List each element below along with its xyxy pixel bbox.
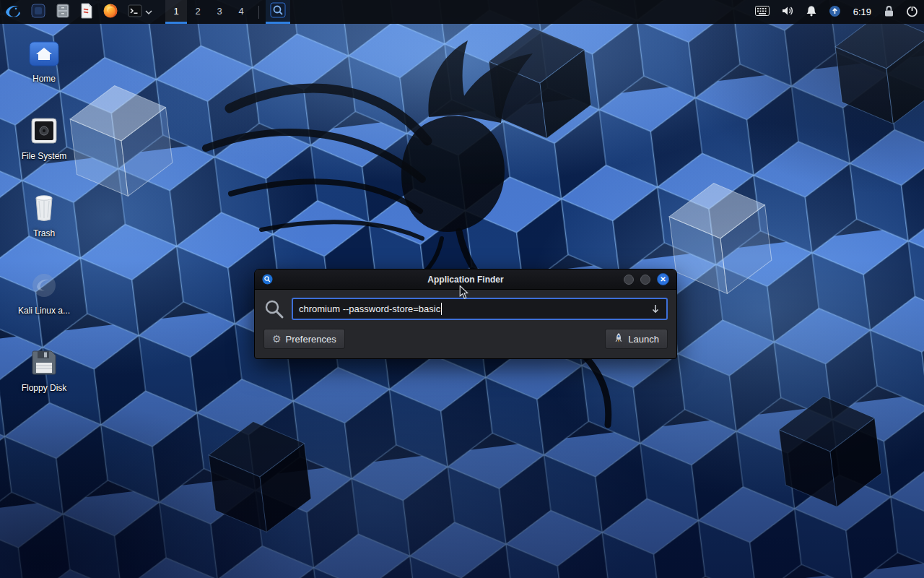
close-icon: ✕ bbox=[660, 276, 666, 283]
clock[interactable]: 6:19 bbox=[847, 7, 878, 17]
dropdown-arrow-icon[interactable] bbox=[650, 303, 661, 314]
desktop: 1 2 3 4 bbox=[0, 0, 924, 578]
drive-icon bbox=[27, 113, 61, 148]
button-row: ⚙ Preferences Launch bbox=[263, 329, 668, 349]
desktop-icon-kali-linux[interactable]: Kali Linux a... bbox=[9, 268, 79, 345]
desktop-icon-label: Floppy Disk bbox=[22, 383, 67, 393]
files-app-icon bbox=[30, 3, 46, 21]
window-app-icon bbox=[262, 274, 273, 285]
close-button[interactable]: ✕ bbox=[657, 273, 669, 285]
kali-menu-button[interactable] bbox=[0, 0, 26, 24]
files-app-button[interactable] bbox=[26, 0, 51, 24]
firefox-icon bbox=[103, 3, 118, 21]
firefox-button[interactable] bbox=[98, 0, 123, 24]
search-row: chromium --password-store=basic bbox=[263, 298, 668, 320]
speaker-icon bbox=[781, 5, 794, 19]
rocket-icon bbox=[614, 332, 624, 345]
power-icon bbox=[906, 5, 918, 20]
launch-button[interactable]: Launch bbox=[605, 329, 668, 349]
desktop-icon-label: Home bbox=[32, 74, 56, 84]
desktop-icon-floppy-disk[interactable]: Floppy Disk bbox=[9, 345, 79, 423]
top-panel: 1 2 3 4 bbox=[0, 0, 924, 24]
desktop-icon-file-system[interactable]: File System bbox=[9, 113, 79, 191]
panel-right: 6:19 bbox=[749, 0, 924, 24]
launch-label: Launch bbox=[628, 334, 659, 345]
file-cabinet-icon bbox=[55, 3, 71, 21]
application-finder-window: Application Finder ✕ chromium --passw bbox=[254, 269, 677, 359]
titlebar[interactable]: Application Finder ✕ bbox=[255, 269, 676, 290]
preferences-button[interactable]: ⚙ Preferences bbox=[263, 329, 345, 349]
volume-indicator[interactable] bbox=[775, 0, 800, 24]
workspace-button-3[interactable]: 3 bbox=[209, 0, 230, 24]
minimize-button[interactable] bbox=[624, 275, 634, 285]
desktop-icon-list: Home File System Trash bbox=[9, 36, 79, 423]
notifications-indicator[interactable] bbox=[800, 0, 823, 24]
terminal-launcher-button[interactable] bbox=[123, 0, 157, 24]
gear-icon: ⚙ bbox=[272, 334, 282, 344]
workspace-switcher: 1 2 3 4 bbox=[165, 0, 252, 24]
trash-icon bbox=[27, 191, 61, 225]
application-finder-task-icon bbox=[270, 2, 286, 20]
window-controls: ✕ bbox=[624, 273, 669, 285]
bell-icon bbox=[806, 5, 817, 19]
window-body: chromium --password-store=basic ⚙ Prefer… bbox=[255, 290, 676, 358]
terminal-icon bbox=[127, 3, 143, 21]
home-folder-icon bbox=[27, 36, 61, 71]
keyboard-indicator[interactable] bbox=[749, 0, 775, 24]
chevron-down-icon bbox=[145, 7, 152, 17]
taskbar-item-application-finder[interactable] bbox=[266, 0, 290, 24]
search-input-value: chromium --password-store=basic bbox=[299, 303, 440, 314]
search-input[interactable]: chromium --password-store=basic bbox=[292, 298, 668, 320]
maximize-button[interactable] bbox=[640, 275, 650, 285]
panel-separator bbox=[258, 6, 259, 19]
desktop-icon-label: Kali Linux a... bbox=[18, 306, 70, 316]
keyboard-icon bbox=[755, 6, 770, 18]
screen-lock-indicator[interactable] bbox=[878, 0, 900, 24]
kali-logo-icon bbox=[4, 3, 22, 21]
search-icon bbox=[263, 298, 285, 320]
desktop-icon-label: File System bbox=[22, 151, 67, 161]
panel-left: 1 2 3 4 bbox=[0, 0, 290, 24]
document-icon bbox=[79, 3, 94, 21]
kali-ghost-icon bbox=[27, 268, 61, 303]
preferences-label: Preferences bbox=[286, 334, 336, 345]
desktop-icon-trash[interactable]: Trash bbox=[9, 191, 79, 268]
lock-icon bbox=[884, 5, 894, 20]
update-circle-icon bbox=[829, 5, 841, 20]
desktop-icon-home[interactable]: Home bbox=[9, 36, 79, 113]
power-button[interactable] bbox=[900, 0, 924, 24]
floppy-disk-icon bbox=[27, 345, 61, 380]
workspace-button-4[interactable]: 4 bbox=[230, 0, 252, 24]
text-caret bbox=[441, 303, 442, 315]
desktop-icon-label: Trash bbox=[33, 228, 55, 238]
file-manager-button[interactable] bbox=[51, 0, 75, 24]
update-indicator[interactable] bbox=[823, 0, 847, 24]
workspace-button-1[interactable]: 1 bbox=[165, 0, 187, 24]
text-editor-button[interactable] bbox=[75, 0, 98, 24]
workspace-button-2[interactable]: 2 bbox=[187, 0, 209, 24]
window-title: Application Finder bbox=[255, 275, 676, 285]
